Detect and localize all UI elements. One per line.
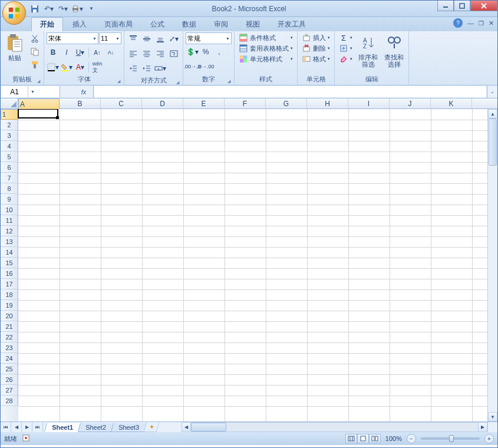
row-header[interactable]: 19 (1, 300, 18, 311)
column-header[interactable]: G (266, 98, 307, 108)
decrease-decimal[interactable]: .0→.00 (199, 60, 212, 73)
autosum[interactable]: Σ▾ (337, 32, 354, 43)
scroll-left[interactable]: ◀ (182, 422, 191, 432)
grow-font-button[interactable]: A↑ (91, 46, 104, 59)
bold-button[interactable]: B (47, 46, 60, 59)
row-header[interactable]: 6 (1, 162, 18, 173)
format-painter-button[interactable] (28, 58, 41, 71)
italic-button[interactable]: I (60, 46, 73, 59)
font-name-select[interactable]: 宋体▼ (47, 32, 98, 44)
cell-styles[interactable]: 单元格样式▾ (237, 54, 295, 64)
vscroll-thumb[interactable] (489, 118, 497, 166)
qat-redo[interactable]: ↷▾ (57, 3, 69, 15)
find-select[interactable]: 查找和 选择 (382, 32, 406, 69)
qat-customize[interactable]: ▼ (85, 3, 97, 15)
clear[interactable]: ▾ (337, 54, 354, 64)
align-left[interactable] (127, 47, 140, 60)
currency-button[interactable]: 💲▾ (186, 45, 199, 58)
row-header[interactable]: 2 (1, 120, 18, 130)
view-pagebreak[interactable] (369, 434, 381, 443)
hscroll-thumb[interactable] (191, 423, 226, 431)
row-header[interactable]: 17 (1, 279, 18, 289)
tab-home[interactable]: 开始 (31, 17, 63, 31)
row-header[interactable]: 16 (1, 268, 18, 279)
maximize-button[interactable] (454, 1, 470, 11)
workbook-close[interactable]: ✕ (489, 19, 494, 27)
select-all-corner[interactable] (1, 98, 18, 108)
workbook-restore[interactable]: ❐ (479, 20, 484, 27)
zoom-in[interactable]: + (484, 434, 494, 443)
insert-cells[interactable]: 插入▾ (300, 32, 332, 43)
vertical-scrollbar[interactable]: ▲ ▼ (487, 109, 497, 421)
increase-indent[interactable] (140, 62, 153, 75)
row-header[interactable]: 8 (1, 183, 18, 194)
zoom-level[interactable]: 100% (385, 435, 402, 442)
row-header[interactable]: 9 (1, 194, 18, 205)
tab-review[interactable]: 审阅 (206, 18, 236, 31)
row-header[interactable]: 15 (1, 258, 18, 268)
column-header[interactable]: C (101, 98, 142, 108)
number-format-select[interactable]: 常规▼ (186, 32, 232, 44)
percent-button[interactable]: % (199, 45, 212, 58)
scroll-right[interactable]: ▶ (478, 422, 487, 432)
font-color-button[interactable]: A▾ (74, 61, 87, 74)
office-button[interactable] (2, 1, 26, 25)
close-button[interactable] (470, 1, 497, 11)
cells-area[interactable] (18, 109, 487, 421)
row-header[interactable]: 3 (1, 130, 18, 141)
row-header[interactable]: 21 (1, 321, 18, 332)
delete-cells[interactable]: 删除▾ (300, 43, 332, 54)
sheet-nav-next[interactable]: ▶ (22, 422, 32, 432)
merge-center[interactable]: a▾ (154, 62, 167, 75)
workbook-minimize[interactable]: — (467, 19, 474, 27)
row-header[interactable]: 18 (1, 289, 18, 300)
align-top[interactable] (127, 32, 140, 45)
tab-view[interactable]: 视图 (238, 18, 268, 31)
tab-developer[interactable]: 开发工具 (269, 18, 314, 31)
column-header[interactable]: I (348, 98, 390, 108)
conditional-formatting[interactable]: 条件格式▾ (237, 32, 295, 43)
row-header[interactable]: 22 (1, 332, 18, 342)
row-header[interactable]: 11 (1, 215, 18, 226)
column-header[interactable]: D (142, 98, 183, 108)
align-center[interactable] (140, 47, 153, 60)
underline-button[interactable]: U▾ (74, 46, 87, 59)
align-middle[interactable] (140, 32, 153, 45)
horizontal-scrollbar[interactable]: ◀ ▶ (182, 422, 487, 432)
sheet-tab[interactable]: Sheet1 (44, 423, 81, 432)
sort-filter[interactable]: AZ 排序和 筛选 (356, 32, 380, 69)
row-header[interactable]: 26 (1, 374, 18, 385)
row-header[interactable]: 12 (1, 226, 18, 236)
row-header[interactable]: 27 (1, 385, 18, 396)
row-header[interactable]: 1 (1, 109, 18, 120)
sheet-tab[interactable]: Sheet2 (78, 423, 114, 432)
shrink-font-button[interactable]: A↓ (104, 46, 117, 59)
row-header[interactable]: 23 (1, 342, 18, 353)
row-header[interactable]: 25 (1, 364, 18, 374)
orientation[interactable]: ⤢▾ (167, 32, 180, 45)
align-right[interactable] (154, 47, 167, 60)
wrap-text[interactable] (167, 47, 180, 60)
row-header[interactable]: 14 (1, 247, 18, 258)
tab-formulas[interactable]: 公式 (142, 18, 173, 31)
zoom-slider[interactable] (421, 437, 480, 440)
view-normal[interactable] (345, 434, 357, 443)
cut-button[interactable] (28, 32, 41, 45)
phonetic-button[interactable]: wén文 (91, 61, 104, 74)
formula-expand[interactable]: ⌄ (487, 85, 497, 98)
row-header[interactable]: 20 (1, 311, 18, 321)
minimize-button[interactable] (437, 1, 454, 11)
help-icon[interactable]: ? (453, 18, 463, 28)
column-header[interactable]: H (307, 98, 348, 108)
decrease-indent[interactable] (127, 62, 140, 75)
zoom-out[interactable]: − (407, 434, 416, 443)
name-box[interactable]: A1▼ (1, 86, 60, 97)
font-size-select[interactable]: 11▼ (99, 32, 121, 44)
qat-save[interactable] (29, 3, 41, 15)
fill-color-button[interactable]: ▾ (60, 61, 73, 74)
sheet-nav-first[interactable]: ⏮ (1, 422, 11, 432)
sheet-tab[interactable]: Sheet3 (111, 423, 147, 432)
tab-data[interactable]: 数据 (174, 18, 205, 31)
column-header[interactable]: J (390, 98, 431, 108)
column-header[interactable]: B (60, 98, 101, 108)
